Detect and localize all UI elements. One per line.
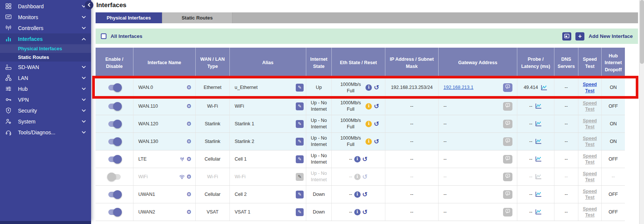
enable-toggle[interactable]	[108, 139, 121, 144]
sidebar-subitem-static-routes[interactable]: Static Routes	[0, 53, 91, 62]
reset-icon[interactable]: ↺	[374, 121, 379, 127]
sidebar-item-monitors[interactable]: Monitors	[0, 12, 91, 23]
edit-alias-button[interactable]: ✎	[296, 84, 304, 92]
latency-chart-icon[interactable]	[535, 103, 542, 109]
speed-test-cell: Speed Test	[578, 150, 602, 168]
tab-static-routes[interactable]: Static Routes	[162, 12, 232, 23]
gateway-value[interactable]: --	[443, 191, 446, 198]
reset-icon[interactable]: ↺	[374, 138, 379, 145]
enable-toggle[interactable]	[108, 156, 121, 162]
scrollbar-thumb[interactable]	[640, 0, 644, 64]
sidebar-item-security[interactable]: Security	[0, 105, 91, 116]
ping-tool-button[interactable]	[503, 120, 512, 128]
info-icon[interactable]: i	[365, 121, 372, 127]
table-row: WAN.120 ⚙ Starlink Starlink 1 ✎ Up - No …	[96, 115, 625, 133]
sidebar-item-system[interactable]: System	[0, 116, 91, 127]
enable-toggle[interactable]	[108, 174, 121, 180]
latency-chart-icon[interactable]	[541, 85, 548, 91]
ping-tool-button[interactable]	[503, 137, 512, 146]
collapse-sidebar-button[interactable]	[85, 1, 93, 9]
gateway-value[interactable]: --	[443, 174, 446, 180]
gear-icon[interactable]: ⚙	[187, 174, 192, 180]
ping-tool-button[interactable]	[503, 102, 512, 111]
eth-state-cell: 1000Mb/s Full i ↺	[332, 115, 385, 132]
info-icon[interactable]: i	[354, 156, 361, 162]
ping-tool-button[interactable]	[503, 208, 512, 216]
sidebar-item-hub[interactable]: Hub	[0, 83, 91, 94]
info-icon[interactable]: i	[365, 138, 372, 145]
gear-icon[interactable]: ⚙	[187, 104, 192, 109]
speed-test-link[interactable]: Speed Test	[582, 81, 598, 94]
scrollbar[interactable]	[639, 0, 644, 224]
speed-test-link[interactable]: Speed Test	[582, 100, 598, 113]
gateway-value[interactable]: --	[443, 138, 446, 145]
speed-test-link[interactable]: Speed Test	[582, 135, 598, 148]
edit-alias-button[interactable]: ✎	[296, 155, 304, 163]
enable-toggle[interactable]	[108, 104, 121, 109]
reset-icon[interactable]: ↺	[362, 156, 368, 162]
gear-icon[interactable]: ⚙	[187, 121, 192, 127]
gateway-value[interactable]: --	[443, 209, 446, 215]
gear-icon[interactable]: ⚙	[187, 139, 192, 144]
add-interface-button[interactable]: +	[575, 32, 584, 41]
speed-test-link[interactable]: Speed Test	[582, 171, 598, 183]
edit-alias-button[interactable]: ✎	[296, 208, 304, 216]
table-row: UWAN1 ⚙ Cellular Cell 2 ✎ Down -- i ↺ --…	[96, 186, 625, 203]
sidebar-item-lan[interactable]: LAN	[0, 72, 91, 83]
edit-alias-button[interactable]: ✎	[296, 102, 304, 110]
info-icon[interactable]: i	[354, 191, 361, 198]
sidebar-item-interfaces[interactable]: Interfaces	[0, 33, 91, 44]
edit-alias-button[interactable]: ✎	[296, 173, 304, 181]
info-icon[interactable]: i	[354, 174, 361, 180]
reset-icon[interactable]: ↺	[374, 84, 379, 91]
latency-chart-icon[interactable]	[535, 191, 542, 197]
ping-tool-button[interactable]	[503, 190, 512, 199]
gateway-value[interactable]: --	[443, 156, 446, 162]
latency-chart-icon[interactable]	[535, 209, 542, 215]
ping-tool-button[interactable]	[503, 173, 512, 181]
gear-icon[interactable]: ⚙	[187, 209, 192, 215]
info-icon[interactable]: i	[365, 103, 372, 110]
edit-alias-button[interactable]: ✎	[296, 138, 304, 146]
speed-test-link[interactable]: Speed Test	[582, 206, 598, 218]
latency-chart-icon[interactable]	[535, 156, 542, 162]
gear-icon[interactable]: ⚙	[187, 85, 192, 90]
ping-tool-button[interactable]	[503, 83, 512, 92]
enable-toggle[interactable]	[108, 209, 121, 215]
info-icon[interactable]: i	[365, 84, 372, 91]
latency-chart-icon[interactable]	[535, 138, 542, 144]
reset-icon[interactable]: ↺	[362, 174, 368, 180]
sidebar-item-sd-wan[interactable]: SD-WAN	[0, 62, 91, 72]
sidebar-item-vpn[interactable]: VPN	[0, 94, 91, 105]
tab-physical-interfaces[interactable]: Physical Interfaces	[96, 12, 162, 23]
reset-icon[interactable]: ↺	[374, 103, 379, 110]
gateway-value[interactable]: --	[443, 121, 446, 127]
sidebar-item-tools-diagnostics[interactable]: Tools/Diagnos...	[0, 127, 91, 138]
edit-alias-button[interactable]: ✎	[296, 120, 304, 128]
sidebar-item-controllers[interactable]: Controllers	[0, 23, 91, 33]
enable-toggle[interactable]	[108, 121, 121, 127]
sidebar-item-dashboard[interactable]: Dashboard	[0, 1, 91, 12]
speed-test-link[interactable]: Speed Test	[582, 188, 598, 201]
latency-chart-icon[interactable]	[535, 174, 542, 180]
enable-toggle[interactable]	[108, 85, 121, 90]
wan-lan-type-cell: Ethernet	[196, 78, 230, 97]
open-window-button[interactable]	[562, 32, 571, 41]
enable-toggle[interactable]	[108, 192, 121, 197]
gateway-value[interactable]: 192.168.213.1	[443, 84, 473, 91]
gear-icon[interactable]: ⚙	[187, 192, 192, 197]
add-interface-label[interactable]: Add New Interface	[589, 33, 633, 39]
speed-test-link[interactable]: Speed Test	[582, 118, 598, 130]
edit-alias-button[interactable]: ✎	[296, 191, 304, 198]
gateway-cell: --	[439, 203, 517, 221]
gateway-value[interactable]: --	[443, 103, 446, 110]
reset-icon[interactable]: ↺	[362, 191, 368, 198]
latency-chart-icon[interactable]	[535, 121, 542, 127]
gear-icon[interactable]: ⚙	[187, 156, 192, 162]
info-icon[interactable]: i	[354, 209, 361, 215]
ping-tool-button[interactable]	[503, 155, 512, 164]
reset-icon[interactable]: ↺	[362, 209, 368, 215]
sidebar-subitem-physical-interfaces[interactable]: Physical Interfaces	[0, 44, 91, 53]
select-all-checkbox[interactable]	[101, 33, 106, 39]
speed-test-link[interactable]: Speed Test	[582, 153, 598, 165]
